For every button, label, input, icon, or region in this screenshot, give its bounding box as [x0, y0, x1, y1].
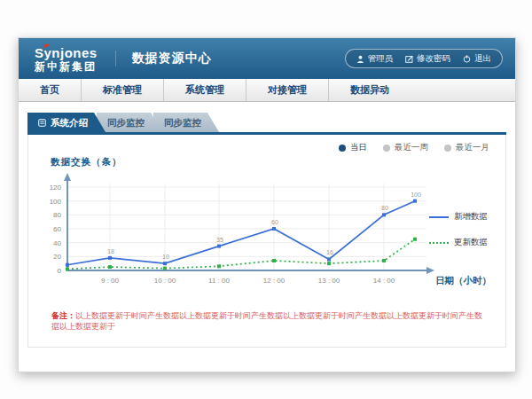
footnote-prefix: 备注：	[51, 311, 75, 320]
app-header: Synjones 新中新集团 数据资源中心 管理员 修改密码 退出	[19, 38, 515, 79]
time-range-filters: 当日 最近一周 最近一月	[339, 142, 489, 153]
tab-sync-monitor-1-label: 同步监控	[107, 113, 145, 132]
radio-unselected-icon	[383, 145, 390, 152]
legend-updated-data-label: 更新数据	[454, 237, 488, 248]
user-pill: 管理员 修改密码 退出	[345, 49, 504, 68]
logout-label: 退出	[474, 53, 491, 65]
user-icon	[356, 55, 364, 63]
svg-text:16: 16	[326, 249, 333, 255]
page-title: 数据资源中心	[115, 51, 212, 66]
legend-item-updated-data: 更新数据	[429, 237, 497, 248]
svg-text:13 : 00: 13 : 00	[318, 277, 340, 285]
tab-sync-monitor-2-label: 同步监控	[164, 113, 201, 132]
logo-cn-text: 新中新集团	[35, 61, 98, 72]
line-chart: 0204060801001209 : 0010 : 0011 : 0012 : …	[32, 168, 440, 288]
y-axis-title: 数据交换（条）	[51, 156, 122, 168]
nav-item-standard-mgmt[interactable]: 标准管理	[82, 79, 164, 101]
nav-item-system-mgmt[interactable]: 系统管理	[164, 79, 246, 101]
svg-text:35: 35	[216, 237, 223, 243]
svg-text:9 : 00: 9 : 00	[101, 277, 120, 285]
tab-system-intro[interactable]: 系统介绍	[27, 113, 106, 132]
app-window: Synjones 新中新集团 数据资源中心 管理员 修改密码 退出 首页 标准管…	[18, 37, 516, 372]
edit-icon	[405, 55, 413, 63]
tab-doc-icon	[38, 119, 46, 127]
footnote: 备注：以上数据更新于时间产生数据以上数据更新于时间产生数据以上数据更新于时间产生…	[51, 310, 484, 332]
nav-item-data-change[interactable]: 数据异动	[329, 79, 411, 101]
change-password-label: 修改密码	[417, 53, 450, 65]
x-axis-title: 日期（小时）	[435, 275, 491, 287]
svg-text:10: 10	[162, 254, 169, 260]
filter-last-month[interactable]: 最近一月	[444, 142, 489, 153]
radio-unselected-icon	[444, 145, 451, 152]
series-legend: 新增数据 更新数据	[429, 211, 497, 262]
svg-text:20: 20	[53, 253, 61, 261]
power-icon	[463, 55, 471, 63]
svg-text:0: 0	[58, 267, 62, 275]
svg-text:100: 100	[50, 198, 62, 206]
svg-text:60: 60	[53, 225, 61, 233]
nav-item-home[interactable]: 首页	[19, 79, 82, 101]
legend-item-new-data: 新增数据	[429, 211, 497, 223]
svg-text:120: 120	[50, 184, 62, 192]
filter-today[interactable]: 当日	[339, 142, 367, 153]
legend-new-data-label: 新增数据	[454, 211, 488, 223]
filter-last-week[interactable]: 最近一周	[383, 142, 428, 153]
svg-text:11 : 00: 11 : 00	[208, 277, 230, 285]
svg-text:60: 60	[271, 219, 278, 225]
filter-last-week-label: 最近一周	[395, 142, 428, 153]
filter-last-month-label: 最近一月	[456, 142, 489, 153]
svg-text:80: 80	[53, 211, 61, 219]
logo: Synjones 新中新集团	[35, 46, 98, 72]
nav-item-interface-mgmt[interactable]: 对接管理	[246, 79, 329, 101]
user-admin-label: 管理员	[368, 53, 394, 65]
tab-sync-monitor-1[interactable]: 同步监控	[97, 113, 162, 132]
footnote-text: 以上数据更新于时间产生数据以上数据更新于时间产生数据以上数据更新于时间产生数据以…	[51, 311, 482, 332]
svg-text:14 : 00: 14 : 00	[373, 277, 395, 285]
svg-text:80: 80	[381, 205, 388, 211]
svg-text:10 : 00: 10 : 00	[154, 277, 176, 285]
main-nav: 首页 标准管理 系统管理 对接管理 数据异动	[19, 79, 515, 102]
tab-sync-monitor-2[interactable]: 同步监控	[153, 113, 219, 132]
svg-text:100: 100	[411, 192, 421, 198]
svg-text:12 : 00: 12 : 00	[263, 277, 286, 285]
svg-text:40: 40	[53, 239, 61, 247]
tab-system-intro-label: 系统介绍	[51, 113, 88, 132]
tab-bar: 系统介绍 同步监控 同步监控	[27, 113, 506, 132]
filter-today-label: 当日	[350, 142, 367, 153]
change-password-button[interactable]: 修改密码	[405, 53, 450, 65]
blue-line-sample-icon	[429, 216, 449, 218]
radio-selected-icon	[339, 145, 346, 152]
chart-panel: 当日 最近一周 最近一月 数据交换（条） 0204060801001209 : …	[27, 135, 506, 348]
green-dotted-sample-icon	[429, 242, 449, 244]
svg-text:18: 18	[107, 248, 114, 254]
content-area: 系统介绍 同步监控 同步监控 当日 最近一周	[19, 102, 515, 348]
user-admin-button[interactable]: 管理员	[356, 53, 394, 65]
logout-button[interactable]: 退出	[463, 53, 491, 65]
